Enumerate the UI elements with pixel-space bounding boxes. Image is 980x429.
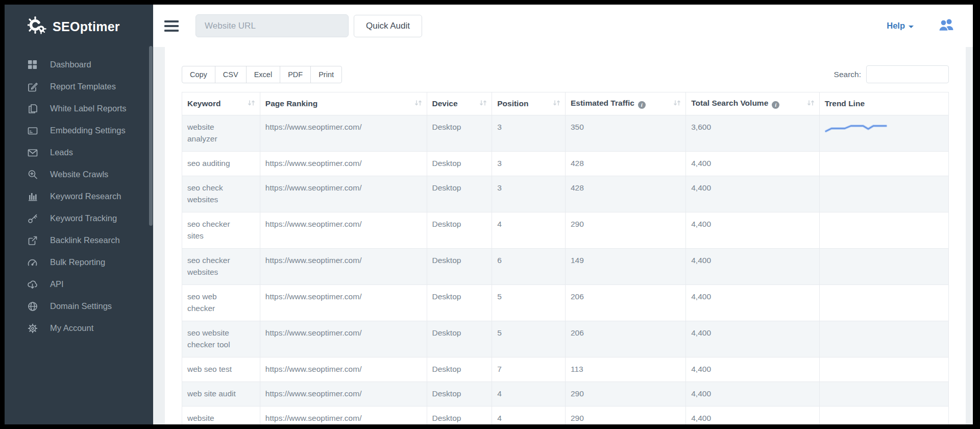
cell-trend_line [819,321,948,358]
sidebar: SEOptimer DashboardReport TemplatesWhite… [5,5,153,424]
cell-page_ranking: https://www.seoptimer.com/ [260,152,427,176]
cell-device: Desktop [427,382,492,407]
cell-page_ranking: https://www.seoptimer.com/ [260,382,427,407]
external-link-icon [27,235,38,246]
sidebar-scrollbar[interactable] [149,46,153,226]
cell-device: Desktop [427,285,492,321]
help-dropdown[interactable]: Help [887,21,914,31]
cell-estimated_traffic: 206 [565,285,685,321]
cell-trend_line [819,212,948,249]
hamburger-menu-icon[interactable] [164,20,179,32]
cell-estimated_traffic: 428 [565,152,685,176]
sidebar-item-my-account[interactable]: My Account [5,317,153,339]
sidebar-item-label: Leads [50,148,73,157]
sidebar-item-report-templates[interactable]: Report Templates [5,76,153,98]
sidebar-item-label: Dashboard [50,60,91,69]
table-row: web site audithttps://www.seoptimer.com/… [182,382,949,407]
sidebar-item-label: Website Crawls [50,170,108,179]
cell-position: 4 [492,382,566,407]
cell-total_search_volume: 3,600 [686,115,819,152]
cell-total_search_volume: 4,400 [686,321,819,358]
cell-device: Desktop [427,249,492,285]
cell-keyword: seo checker sites [182,212,260,249]
embed-card-icon [27,125,38,136]
cell-page_ranking: https://www.seoptimer.com/ [260,358,427,382]
key-icon [27,213,38,224]
column-header-estimated_traffic[interactable]: Estimated Traffic [565,92,685,115]
gear-icon [27,323,38,333]
sidebar-item-label: Bulk Reporting [50,257,105,267]
chevron-down-icon [909,26,914,28]
cell-page_ranking: https://www.seoptimer.com/ [260,176,427,212]
help-label: Help [887,21,905,31]
sidebar-item-website-crawls[interactable]: Website Crawls [5,163,153,185]
copy-icon [27,103,38,114]
export-excel-button[interactable]: Excel [246,66,280,83]
seoptimer-gear-logo-icon [28,16,47,37]
column-header-keyword[interactable]: Keyword [182,92,260,115]
cell-position: 6 [492,249,566,285]
info-icon[interactable] [638,101,646,109]
dashboard-grid-icon [27,59,38,70]
table-toolbar: CopyCSVExcelPDFPrint Search: [182,65,949,83]
sidebar-item-keyword-research[interactable]: Keyword Research [5,185,153,207]
content-area: CopyCSVExcelPDFPrint Search: KeywordPage… [153,47,973,424]
edit-icon [27,81,38,92]
sidebar-item-white-label-reports[interactable]: White Label Reports [5,98,153,120]
account-users-button[interactable] [938,18,954,34]
export-button-group: CopyCSVExcelPDFPrint [182,66,342,83]
sidebar-item-backlink-research[interactable]: Backlink Research [5,229,153,251]
cell-page_ranking: https://www.seoptimer.com/ [260,285,427,321]
cell-device: Desktop [427,321,492,358]
cell-page_ranking: https://www.seoptimer.com/ [260,407,427,425]
keyword-tracking-table: KeywordPage RankingDevicePositionEstimat… [182,92,949,424]
export-pdf-button[interactable]: PDF [280,66,311,83]
gauge-icon [27,257,38,268]
cell-position: 5 [492,321,566,358]
sidebar-item-leads[interactable]: Leads [5,141,153,163]
sidebar-item-domain-settings[interactable]: Domain Settings [5,295,153,317]
table-search: Search: [834,65,949,83]
cell-trend_line [819,152,948,176]
cell-total_search_volume: 4,400 [686,176,819,212]
column-header-total_search_volume[interactable]: Total Search Volume [686,92,819,115]
sidebar-item-bulk-reporting[interactable]: Bulk Reporting [5,251,153,273]
cell-keyword: seo website checker tool [182,321,260,358]
sidebar-item-embedding-settings[interactable]: Embedding Settings [5,120,153,141]
search-input[interactable] [866,65,949,83]
export-csv-button[interactable]: CSV [215,66,247,83]
cell-trend_line [819,358,948,382]
cell-keyword: website analyzer [182,115,260,152]
cell-page_ranking: https://www.seoptimer.com/ [260,212,427,249]
sort-icon [479,99,487,108]
cell-device: Desktop [427,176,492,212]
sidebar-item-label: Embedding Settings [50,126,126,135]
trend-sparkline [825,124,887,133]
app-window: SEOptimer DashboardReport TemplatesWhite… [5,5,973,424]
cell-estimated_traffic: 290 [565,382,685,407]
cell-total_search_volume: 4,400 [686,152,819,176]
logo[interactable]: SEOptimer [5,5,153,37]
sidebar-item-label: Backlink Research [50,235,120,245]
quick-audit-button[interactable]: Quick Audit [354,15,422,37]
column-header-page_ranking[interactable]: Page Ranking [260,92,427,115]
cell-estimated_traffic: 149 [565,249,685,285]
sidebar-item-dashboard[interactable]: Dashboard [5,54,153,76]
cell-device: Desktop [427,407,492,425]
sidebar-item-api[interactable]: API [5,273,153,295]
cell-keyword: web seo test [182,358,260,382]
column-header-device[interactable]: Device [427,92,492,115]
table-row: seo web checkerhttps://www.seoptimer.com… [182,285,949,321]
website-url-input[interactable] [195,14,349,37]
table-row: web seo testhttps://www.seoptimer.com/De… [182,358,949,382]
info-icon[interactable] [772,101,779,109]
cell-total_search_volume: 4,400 [686,249,819,285]
cell-keyword: website auditing [182,407,260,425]
column-header-position[interactable]: Position [492,92,566,115]
export-copy-button[interactable]: Copy [182,66,215,83]
cell-position: 3 [492,176,566,212]
sidebar-item-keyword-tracking[interactable]: Keyword Tracking [5,207,153,229]
sidebar-item-label: Keyword Tracking [50,213,117,223]
sidebar-item-label: My Account [50,323,93,333]
export-print-button[interactable]: Print [310,66,342,83]
